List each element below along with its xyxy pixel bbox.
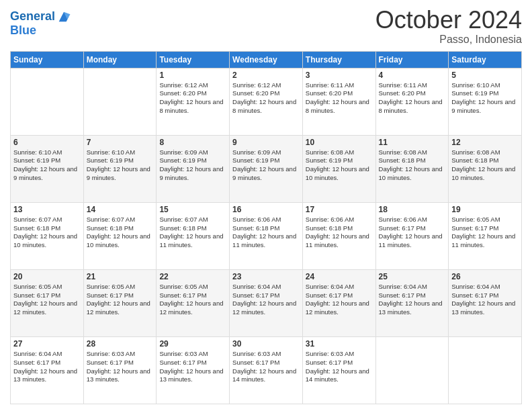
day-number: 9 [232, 138, 300, 147]
calendar-cell: 19Sunrise: 6:05 AM Sunset: 6:17 PM Dayli… [449, 202, 522, 269]
calendar-cell: 11Sunrise: 6:08 AM Sunset: 6:18 PM Dayli… [375, 135, 449, 202]
day-number: 3 [306, 71, 373, 80]
day-info: Sunrise: 6:10 AM Sunset: 6:19 PM Dayligh… [87, 148, 154, 183]
day-number: 14 [87, 205, 154, 214]
day-number: 1 [159, 71, 226, 80]
day-info: Sunrise: 6:04 AM Sunset: 6:17 PM Dayligh… [306, 283, 373, 317]
calendar-cell: 29Sunrise: 6:03 AM Sunset: 6:17 PM Dayli… [157, 336, 230, 404]
day-info: Sunrise: 6:07 AM Sunset: 6:18 PM Dayligh… [87, 216, 154, 250]
day-number: 26 [451, 272, 519, 281]
calendar-header-tuesday: Tuesday [157, 51, 230, 68]
week-row-4: 20Sunrise: 6:05 AM Sunset: 6:17 PM Dayli… [11, 269, 522, 336]
calendar-cell: 18Sunrise: 6:06 AM Sunset: 6:17 PM Dayli… [375, 202, 449, 269]
week-row-1: 1Sunrise: 6:12 AM Sunset: 6:20 PM Daylig… [11, 68, 522, 135]
day-info: Sunrise: 6:10 AM Sunset: 6:19 PM Dayligh… [451, 81, 519, 116]
day-number: 17 [306, 205, 373, 214]
logo-text: General [10, 10, 55, 24]
day-number: 2 [232, 71, 300, 80]
calendar-cell: 27Sunrise: 6:04 AM Sunset: 6:17 PM Dayli… [11, 336, 84, 404]
calendar-cell: 2Sunrise: 6:12 AM Sunset: 6:20 PM Daylig… [230, 68, 303, 135]
day-number: 22 [159, 272, 226, 281]
day-number: 18 [379, 205, 446, 214]
day-info: Sunrise: 6:03 AM Sunset: 6:17 PM Dayligh… [306, 350, 373, 384]
calendar-header-friday: Friday [375, 51, 449, 68]
day-number: 20 [13, 272, 81, 281]
day-number: 31 [306, 339, 373, 349]
day-number: 12 [451, 138, 519, 147]
calendar-cell: 17Sunrise: 6:06 AM Sunset: 6:18 PM Dayli… [302, 202, 375, 269]
calendar-cell: 30Sunrise: 6:03 AM Sunset: 6:17 PM Dayli… [230, 336, 303, 404]
day-number: 4 [379, 71, 446, 80]
header: General Blue October 2024 Passo, Indones… [10, 7, 522, 46]
calendar-header-monday: Monday [83, 51, 157, 68]
calendar-cell: 12Sunrise: 6:08 AM Sunset: 6:18 PM Dayli… [449, 135, 522, 202]
day-number: 29 [159, 339, 226, 349]
day-number: 7 [87, 138, 154, 147]
day-info: Sunrise: 6:04 AM Sunset: 6:17 PM Dayligh… [451, 283, 519, 317]
calendar-cell: 7Sunrise: 6:10 AM Sunset: 6:19 PM Daylig… [83, 135, 157, 202]
day-info: Sunrise: 6:03 AM Sunset: 6:17 PM Dayligh… [159, 350, 226, 384]
calendar-header-saturday: Saturday [449, 51, 522, 68]
day-info: Sunrise: 6:12 AM Sunset: 6:20 PM Dayligh… [232, 81, 300, 116]
calendar-cell: 14Sunrise: 6:07 AM Sunset: 6:18 PM Dayli… [83, 202, 157, 269]
day-info: Sunrise: 6:06 AM Sunset: 6:18 PM Dayligh… [306, 216, 373, 250]
logo-icon [56, 9, 71, 24]
calendar-cell: 31Sunrise: 6:03 AM Sunset: 6:17 PM Dayli… [302, 336, 375, 404]
calendar-header-wednesday: Wednesday [230, 51, 303, 68]
day-info: Sunrise: 6:11 AM Sunset: 6:20 PM Dayligh… [379, 81, 446, 116]
day-number: 27 [13, 339, 81, 349]
calendar-cell: 6Sunrise: 6:10 AM Sunset: 6:19 PM Daylig… [11, 135, 84, 202]
calendar-cell [83, 68, 157, 135]
day-number: 13 [13, 205, 81, 214]
calendar-cell: 3Sunrise: 6:11 AM Sunset: 6:20 PM Daylig… [302, 68, 375, 135]
day-info: Sunrise: 6:06 AM Sunset: 6:18 PM Dayligh… [232, 216, 300, 250]
page: General Blue October 2024 Passo, Indones… [0, 0, 532, 411]
day-number: 30 [232, 339, 300, 349]
day-number: 21 [87, 272, 154, 281]
week-row-2: 6Sunrise: 6:10 AM Sunset: 6:19 PM Daylig… [11, 135, 522, 202]
logo: General Blue [10, 9, 71, 38]
calendar-table: SundayMondayTuesdayWednesdayThursdayFrid… [10, 51, 522, 404]
day-info: Sunrise: 6:07 AM Sunset: 6:18 PM Dayligh… [159, 216, 226, 250]
day-info: Sunrise: 6:06 AM Sunset: 6:17 PM Dayligh… [379, 216, 446, 250]
calendar-cell [375, 336, 449, 404]
day-info: Sunrise: 6:05 AM Sunset: 6:17 PM Dayligh… [87, 283, 154, 317]
calendar-cell: 8Sunrise: 6:09 AM Sunset: 6:19 PM Daylig… [157, 135, 230, 202]
calendar-cell: 24Sunrise: 6:04 AM Sunset: 6:17 PM Dayli… [302, 269, 375, 336]
day-info: Sunrise: 6:12 AM Sunset: 6:20 PM Dayligh… [159, 81, 226, 116]
calendar-cell: 5Sunrise: 6:10 AM Sunset: 6:19 PM Daylig… [449, 68, 522, 135]
week-row-3: 13Sunrise: 6:07 AM Sunset: 6:18 PM Dayli… [11, 202, 522, 269]
day-info: Sunrise: 6:08 AM Sunset: 6:18 PM Dayligh… [379, 148, 446, 183]
week-row-5: 27Sunrise: 6:04 AM Sunset: 6:17 PM Dayli… [11, 336, 522, 404]
day-info: Sunrise: 6:04 AM Sunset: 6:17 PM Dayligh… [232, 283, 300, 317]
day-number: 24 [306, 272, 373, 281]
day-number: 11 [379, 138, 446, 147]
day-info: Sunrise: 6:03 AM Sunset: 6:17 PM Dayligh… [232, 350, 300, 384]
day-info: Sunrise: 6:09 AM Sunset: 6:19 PM Dayligh… [159, 148, 226, 183]
calendar-cell: 16Sunrise: 6:06 AM Sunset: 6:18 PM Dayli… [230, 202, 303, 269]
day-number: 15 [159, 205, 226, 214]
day-number: 23 [232, 272, 300, 281]
calendar-cell: 1Sunrise: 6:12 AM Sunset: 6:20 PM Daylig… [157, 68, 230, 135]
day-info: Sunrise: 6:05 AM Sunset: 6:17 PM Dayligh… [13, 283, 81, 317]
day-number: 25 [379, 272, 446, 281]
calendar-cell: 23Sunrise: 6:04 AM Sunset: 6:17 PM Dayli… [230, 269, 303, 336]
day-info: Sunrise: 6:10 AM Sunset: 6:19 PM Dayligh… [13, 148, 81, 183]
calendar-cell: 4Sunrise: 6:11 AM Sunset: 6:20 PM Daylig… [375, 68, 449, 135]
day-number: 8 [159, 138, 226, 147]
calendar-cell: 10Sunrise: 6:08 AM Sunset: 6:19 PM Dayli… [302, 135, 375, 202]
calendar-cell: 28Sunrise: 6:03 AM Sunset: 6:17 PM Dayli… [83, 336, 157, 404]
calendar-cell: 13Sunrise: 6:07 AM Sunset: 6:18 PM Dayli… [11, 202, 84, 269]
calendar-cell: 26Sunrise: 6:04 AM Sunset: 6:17 PM Dayli… [449, 269, 522, 336]
day-number: 10 [306, 138, 373, 147]
day-info: Sunrise: 6:03 AM Sunset: 6:17 PM Dayligh… [87, 350, 154, 384]
calendar-header-thursday: Thursday [302, 51, 375, 68]
calendar-cell [11, 68, 84, 135]
day-info: Sunrise: 6:07 AM Sunset: 6:18 PM Dayligh… [13, 216, 81, 250]
day-number: 6 [13, 138, 81, 147]
day-info: Sunrise: 6:04 AM Sunset: 6:17 PM Dayligh… [379, 283, 446, 317]
calendar-cell: 25Sunrise: 6:04 AM Sunset: 6:17 PM Dayli… [375, 269, 449, 336]
title-block: October 2024 Passo, Indonesia [375, 7, 522, 46]
month-title: October 2024 [375, 7, 522, 34]
day-number: 5 [451, 71, 519, 80]
